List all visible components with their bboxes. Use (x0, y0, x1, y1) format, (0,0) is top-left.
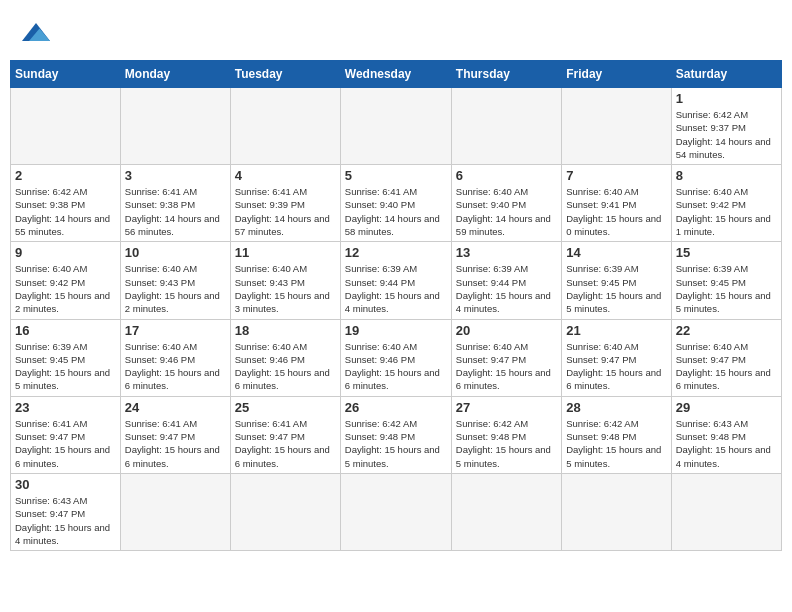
calendar-day-cell: 4Sunrise: 6:41 AM Sunset: 9:39 PM Daylig… (230, 165, 340, 242)
day-number: 2 (15, 168, 116, 183)
calendar-day-cell: 11Sunrise: 6:40 AM Sunset: 9:43 PM Dayli… (230, 242, 340, 319)
day-number: 27 (456, 400, 557, 415)
calendar-day-cell (451, 88, 561, 165)
day-number: 16 (15, 323, 116, 338)
day-info: Sunrise: 6:41 AM Sunset: 9:40 PM Dayligh… (345, 185, 447, 238)
calendar-day-cell (11, 88, 121, 165)
calendar-day-cell: 7Sunrise: 6:40 AM Sunset: 9:41 PM Daylig… (562, 165, 671, 242)
day-number: 4 (235, 168, 336, 183)
calendar-day-cell (120, 88, 230, 165)
calendar-week-row: 9Sunrise: 6:40 AM Sunset: 9:42 PM Daylig… (11, 242, 782, 319)
calendar-day-cell: 28Sunrise: 6:42 AM Sunset: 9:48 PM Dayli… (562, 396, 671, 473)
day-number: 30 (15, 477, 116, 492)
day-number: 21 (566, 323, 666, 338)
calendar-week-row: 2Sunrise: 6:42 AM Sunset: 9:38 PM Daylig… (11, 165, 782, 242)
calendar-day-cell: 9Sunrise: 6:40 AM Sunset: 9:42 PM Daylig… (11, 242, 121, 319)
day-info: Sunrise: 6:40 AM Sunset: 9:47 PM Dayligh… (456, 340, 557, 393)
day-info: Sunrise: 6:39 AM Sunset: 9:45 PM Dayligh… (15, 340, 116, 393)
calendar-day-cell (671, 473, 781, 550)
page-header (10, 10, 782, 54)
day-info: Sunrise: 6:40 AM Sunset: 9:40 PM Dayligh… (456, 185, 557, 238)
calendar-day-cell (451, 473, 561, 550)
calendar-day-cell (340, 473, 451, 550)
calendar-header-sunday: Sunday (11, 61, 121, 88)
calendar-day-cell (230, 88, 340, 165)
calendar-day-cell (562, 88, 671, 165)
calendar-header-tuesday: Tuesday (230, 61, 340, 88)
calendar-day-cell: 22Sunrise: 6:40 AM Sunset: 9:47 PM Dayli… (671, 319, 781, 396)
calendar-week-row: 23Sunrise: 6:41 AM Sunset: 9:47 PM Dayli… (11, 396, 782, 473)
calendar-day-cell: 21Sunrise: 6:40 AM Sunset: 9:47 PM Dayli… (562, 319, 671, 396)
calendar-day-cell: 14Sunrise: 6:39 AM Sunset: 9:45 PM Dayli… (562, 242, 671, 319)
day-info: Sunrise: 6:43 AM Sunset: 9:47 PM Dayligh… (15, 494, 116, 547)
day-info: Sunrise: 6:40 AM Sunset: 9:42 PM Dayligh… (676, 185, 777, 238)
day-info: Sunrise: 6:40 AM Sunset: 9:46 PM Dayligh… (125, 340, 226, 393)
day-info: Sunrise: 6:40 AM Sunset: 9:46 PM Dayligh… (345, 340, 447, 393)
day-number: 7 (566, 168, 666, 183)
calendar-day-cell: 26Sunrise: 6:42 AM Sunset: 9:48 PM Dayli… (340, 396, 451, 473)
day-number: 22 (676, 323, 777, 338)
day-number: 19 (345, 323, 447, 338)
day-info: Sunrise: 6:40 AM Sunset: 9:46 PM Dayligh… (235, 340, 336, 393)
day-number: 28 (566, 400, 666, 415)
day-info: Sunrise: 6:41 AM Sunset: 9:47 PM Dayligh… (125, 417, 226, 470)
calendar-week-row: 30Sunrise: 6:43 AM Sunset: 9:47 PM Dayli… (11, 473, 782, 550)
day-number: 29 (676, 400, 777, 415)
calendar-day-cell (120, 473, 230, 550)
day-info: Sunrise: 6:40 AM Sunset: 9:47 PM Dayligh… (566, 340, 666, 393)
day-info: Sunrise: 6:41 AM Sunset: 9:39 PM Dayligh… (235, 185, 336, 238)
day-number: 25 (235, 400, 336, 415)
day-number: 8 (676, 168, 777, 183)
day-number: 15 (676, 245, 777, 260)
calendar-day-cell (340, 88, 451, 165)
day-number: 20 (456, 323, 557, 338)
day-info: Sunrise: 6:39 AM Sunset: 9:44 PM Dayligh… (345, 262, 447, 315)
day-info: Sunrise: 6:40 AM Sunset: 9:47 PM Dayligh… (676, 340, 777, 393)
day-info: Sunrise: 6:42 AM Sunset: 9:48 PM Dayligh… (345, 417, 447, 470)
day-number: 18 (235, 323, 336, 338)
calendar-table: SundayMondayTuesdayWednesdayThursdayFrid… (10, 60, 782, 551)
day-info: Sunrise: 6:39 AM Sunset: 9:44 PM Dayligh… (456, 262, 557, 315)
day-info: Sunrise: 6:40 AM Sunset: 9:43 PM Dayligh… (125, 262, 226, 315)
calendar-day-cell: 15Sunrise: 6:39 AM Sunset: 9:45 PM Dayli… (671, 242, 781, 319)
day-info: Sunrise: 6:40 AM Sunset: 9:43 PM Dayligh… (235, 262, 336, 315)
calendar-header-monday: Monday (120, 61, 230, 88)
calendar-day-cell: 30Sunrise: 6:43 AM Sunset: 9:47 PM Dayli… (11, 473, 121, 550)
calendar-day-cell: 12Sunrise: 6:39 AM Sunset: 9:44 PM Dayli… (340, 242, 451, 319)
calendar-day-cell: 1Sunrise: 6:42 AM Sunset: 9:37 PM Daylig… (671, 88, 781, 165)
calendar-day-cell: 3Sunrise: 6:41 AM Sunset: 9:38 PM Daylig… (120, 165, 230, 242)
calendar-day-cell: 6Sunrise: 6:40 AM Sunset: 9:40 PM Daylig… (451, 165, 561, 242)
logo (20, 18, 50, 50)
day-info: Sunrise: 6:41 AM Sunset: 9:47 PM Dayligh… (15, 417, 116, 470)
day-info: Sunrise: 6:40 AM Sunset: 9:41 PM Dayligh… (566, 185, 666, 238)
calendar-day-cell: 19Sunrise: 6:40 AM Sunset: 9:46 PM Dayli… (340, 319, 451, 396)
calendar-day-cell: 13Sunrise: 6:39 AM Sunset: 9:44 PM Dayli… (451, 242, 561, 319)
day-info: Sunrise: 6:43 AM Sunset: 9:48 PM Dayligh… (676, 417, 777, 470)
day-number: 3 (125, 168, 226, 183)
day-info: Sunrise: 6:42 AM Sunset: 9:37 PM Dayligh… (676, 108, 777, 161)
calendar-day-cell: 18Sunrise: 6:40 AM Sunset: 9:46 PM Dayli… (230, 319, 340, 396)
day-number: 26 (345, 400, 447, 415)
calendar-day-cell (230, 473, 340, 550)
day-number: 1 (676, 91, 777, 106)
calendar-day-cell (562, 473, 671, 550)
logo-icon (22, 18, 50, 46)
calendar-day-cell: 10Sunrise: 6:40 AM Sunset: 9:43 PM Dayli… (120, 242, 230, 319)
day-info: Sunrise: 6:40 AM Sunset: 9:42 PM Dayligh… (15, 262, 116, 315)
calendar-day-cell: 27Sunrise: 6:42 AM Sunset: 9:48 PM Dayli… (451, 396, 561, 473)
calendar-header-saturday: Saturday (671, 61, 781, 88)
day-info: Sunrise: 6:42 AM Sunset: 9:48 PM Dayligh… (566, 417, 666, 470)
calendar-day-cell: 17Sunrise: 6:40 AM Sunset: 9:46 PM Dayli… (120, 319, 230, 396)
day-number: 13 (456, 245, 557, 260)
day-info: Sunrise: 6:39 AM Sunset: 9:45 PM Dayligh… (566, 262, 666, 315)
calendar-day-cell: 29Sunrise: 6:43 AM Sunset: 9:48 PM Dayli… (671, 396, 781, 473)
day-info: Sunrise: 6:41 AM Sunset: 9:47 PM Dayligh… (235, 417, 336, 470)
calendar-day-cell: 24Sunrise: 6:41 AM Sunset: 9:47 PM Dayli… (120, 396, 230, 473)
calendar-header-row: SundayMondayTuesdayWednesdayThursdayFrid… (11, 61, 782, 88)
calendar-header-wednesday: Wednesday (340, 61, 451, 88)
calendar-week-row: 16Sunrise: 6:39 AM Sunset: 9:45 PM Dayli… (11, 319, 782, 396)
day-number: 24 (125, 400, 226, 415)
calendar-day-cell: 25Sunrise: 6:41 AM Sunset: 9:47 PM Dayli… (230, 396, 340, 473)
day-number: 5 (345, 168, 447, 183)
calendar-day-cell: 8Sunrise: 6:40 AM Sunset: 9:42 PM Daylig… (671, 165, 781, 242)
